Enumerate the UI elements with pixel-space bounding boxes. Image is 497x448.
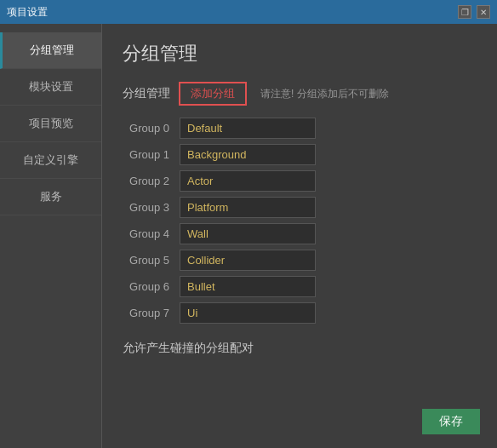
- sidebar-item-service[interactable]: 服务: [0, 179, 101, 215]
- save-button[interactable]: 保存: [422, 409, 480, 434]
- table-row: Group 1: [123, 144, 477, 165]
- group-1-input[interactable]: [180, 144, 316, 165]
- title-bar: 项目设置 ❐ ✕: [0, 0, 497, 24]
- page-title: 分组管理: [123, 41, 477, 66]
- group-0-label: Group 0: [123, 122, 169, 135]
- title-bar-icons: ❐ ✕: [458, 5, 490, 19]
- sidebar-item-module-settings[interactable]: 模块设置: [0, 69, 101, 106]
- close-icon[interactable]: ✕: [477, 5, 490, 19]
- main-layout: 分组管理 模块设置 项目预览 自定义引擎 服务 分组管理 分组管理 添加分组 请…: [0, 24, 497, 448]
- warning-text: 请注意! 分组添加后不可删除: [260, 87, 389, 101]
- group-list: Group 0 Group 1 Group 2 Group 3 Group 4: [123, 118, 477, 324]
- table-row: Group 5: [123, 250, 477, 271]
- title-bar-label: 项目设置: [7, 5, 48, 20]
- add-group-button[interactable]: 添加分组: [179, 82, 247, 106]
- table-row: Group 4: [123, 223, 477, 244]
- table-row: Group 0: [123, 118, 477, 139]
- sidebar: 分组管理 模块设置 项目预览 自定义引擎 服务: [0, 24, 102, 448]
- group-5-input[interactable]: [180, 250, 316, 271]
- restore-icon[interactable]: ❐: [458, 5, 471, 19]
- group-4-input[interactable]: [180, 223, 316, 244]
- group-4-label: Group 4: [123, 227, 169, 240]
- group-header-label: 分组管理: [123, 86, 170, 101]
- group-2-input[interactable]: [180, 170, 316, 192]
- group-7-label: Group 7: [123, 307, 169, 319]
- sidebar-item-custom-engine[interactable]: 自定义引擎: [0, 142, 101, 179]
- group-6-input[interactable]: [180, 276, 316, 297]
- table-row: Group 7: [123, 302, 477, 324]
- sidebar-item-group-management[interactable]: 分组管理: [0, 32, 101, 69]
- group-3-label: Group 3: [123, 201, 169, 214]
- group-5-label: Group 5: [123, 254, 169, 267]
- group-1-label: Group 1: [123, 148, 169, 161]
- group-7-input[interactable]: [180, 302, 316, 324]
- content-area: 分组管理 分组管理 添加分组 请注意! 分组添加后不可删除 Group 0 Gr…: [102, 24, 497, 448]
- table-row: Group 3: [123, 197, 477, 218]
- save-btn-container: 保存: [422, 409, 480, 434]
- group-3-input[interactable]: [180, 197, 316, 218]
- sidebar-item-project-preview[interactable]: 项目预览: [0, 106, 101, 142]
- group-6-label: Group 6: [123, 280, 169, 293]
- group-2-label: Group 2: [123, 175, 169, 187]
- group-0-input[interactable]: [180, 118, 316, 139]
- table-row: Group 6: [123, 276, 477, 297]
- collision-section-title: 允许产生碰撞的分组配对: [123, 341, 477, 356]
- group-header: 分组管理 添加分组 请注意! 分组添加后不可删除: [123, 82, 477, 106]
- table-row: Group 2: [123, 170, 477, 192]
